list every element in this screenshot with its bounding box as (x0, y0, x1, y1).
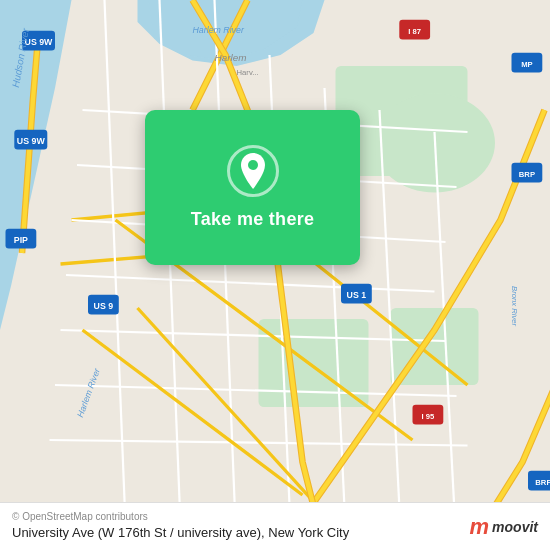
location-pin-icon (227, 145, 279, 197)
svg-text:BRP: BRP (535, 478, 550, 487)
svg-text:US 9: US 9 (94, 301, 114, 311)
svg-text:MP: MP (521, 60, 533, 69)
map-container: US 9W US 9W PIP US 9 I 87 US 1 I 95 MP B… (0, 0, 550, 550)
svg-text:US 9W: US 9W (17, 136, 46, 146)
svg-text:Harv...: Harv... (236, 68, 258, 77)
moovit-m-icon: m (470, 516, 490, 538)
action-card: Take me there (145, 110, 360, 265)
moovit-logo: m moovit (470, 516, 538, 538)
svg-text:BRP: BRP (519, 170, 535, 179)
svg-text:Harlem River: Harlem River (193, 25, 245, 35)
map-background: US 9W US 9W PIP US 9 I 87 US 1 I 95 MP B… (0, 0, 550, 550)
moovit-wordmark: moovit (492, 519, 538, 535)
info-bar: © OpenStreetMap contributors University … (0, 502, 550, 550)
take-me-there-button[interactable]: Take me there (191, 209, 315, 230)
svg-text:I 87: I 87 (408, 27, 421, 36)
svg-text:Harlem: Harlem (214, 52, 246, 63)
svg-text:I 95: I 95 (421, 412, 435, 421)
svg-text:US 1: US 1 (347, 290, 367, 300)
svg-text:PIP: PIP (14, 235, 28, 245)
location-name: University Ave (W 176th St / university … (12, 525, 538, 540)
svg-point-59 (248, 160, 258, 170)
map-attribution: © OpenStreetMap contributors (12, 511, 538, 522)
svg-text:Bronx River: Bronx River (510, 286, 519, 327)
